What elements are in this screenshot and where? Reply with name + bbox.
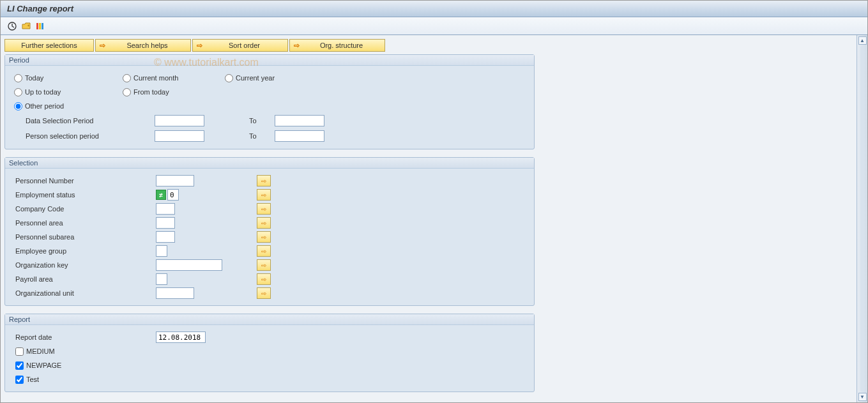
today-label: Today bbox=[25, 74, 43, 82]
arrow-right-icon: ⇨ bbox=[261, 192, 266, 199]
personnel-subarea-label: Personnel subarea bbox=[14, 233, 156, 241]
current-month-label: Current month bbox=[133, 74, 178, 82]
arrow-right-icon: ⇨ bbox=[197, 42, 202, 50]
organization-key-input[interactable] bbox=[156, 259, 222, 271]
up-to-today-radio[interactable] bbox=[14, 88, 22, 96]
period-group: Period Today Current month Current year bbox=[4, 54, 535, 149]
multiple-selection-button[interactable]: ⇨ bbox=[257, 245, 271, 257]
data-selection-to-input[interactable] bbox=[275, 115, 324, 126]
arrow-right-icon: ⇨ bbox=[261, 276, 266, 283]
from-today-radio[interactable] bbox=[123, 88, 131, 96]
button-label: Sort order bbox=[205, 42, 284, 49]
medium-label: MEDIUM bbox=[26, 347, 55, 355]
group-title: Report bbox=[5, 314, 534, 325]
multiple-selection-button[interactable]: ⇨ bbox=[257, 287, 271, 299]
company-code-input[interactable] bbox=[156, 203, 175, 215]
group-title: Period bbox=[5, 55, 534, 66]
selection-group: Selection Personnel Number ⇨ Employment … bbox=[4, 157, 535, 306]
group-title: Selection bbox=[5, 158, 534, 169]
medium-checkbox[interactable] bbox=[15, 347, 24, 356]
scroll-down-button[interactable]: ▼ bbox=[858, 393, 867, 401]
up-to-today-label: Up to today bbox=[25, 88, 61, 96]
newpage-checkbox[interactable] bbox=[15, 361, 24, 370]
personnel-number-input[interactable] bbox=[156, 175, 194, 186]
arrow-right-icon: ⇨ bbox=[294, 42, 300, 50]
test-checkbox[interactable] bbox=[15, 376, 24, 384]
app-toolbar bbox=[1, 17, 867, 35]
arrow-right-icon: ⇨ bbox=[261, 234, 266, 241]
arrow-right-icon: ⇨ bbox=[261, 290, 266, 297]
other-period-radio[interactable] bbox=[14, 102, 22, 110]
multiple-selection-button[interactable]: ⇨ bbox=[257, 217, 271, 229]
data-selection-label: Data Selection Period bbox=[14, 117, 155, 125]
to-label: To bbox=[249, 117, 275, 125]
svg-rect-2 bbox=[39, 23, 41, 29]
payroll-area-label: Payroll area bbox=[14, 275, 156, 283]
arrow-right-icon: ⇨ bbox=[261, 248, 266, 255]
scroll-track[interactable] bbox=[860, 46, 864, 392]
multiple-selection-button[interactable]: ⇨ bbox=[257, 189, 271, 201]
current-month-radio[interactable] bbox=[123, 74, 131, 82]
person-selection-from-input[interactable] bbox=[155, 130, 204, 142]
search-helps-button[interactable]: ⇨ Search helps bbox=[95, 39, 191, 52]
button-label: Further selections bbox=[21, 42, 77, 49]
newpage-label: NEWPAGE bbox=[26, 361, 61, 369]
organization-key-label: Organization key bbox=[14, 261, 156, 269]
button-label: Org. structure bbox=[302, 42, 381, 49]
person-selection-label: Person selection period bbox=[14, 132, 155, 140]
arrow-right-icon: ⇨ bbox=[261, 206, 266, 213]
vertical-scrollbar[interactable]: ▲ ▼ bbox=[857, 35, 867, 402]
report-date-label: Report date bbox=[14, 333, 156, 341]
employee-group-label: Employee group bbox=[14, 247, 156, 255]
data-selection-from-input[interactable] bbox=[155, 115, 204, 126]
get-variant-icon[interactable] bbox=[21, 21, 31, 31]
multiple-selection-button[interactable]: ⇨ bbox=[257, 203, 271, 215]
svg-rect-1 bbox=[36, 23, 38, 29]
multiple-selection-button[interactable]: ⇨ bbox=[257, 175, 271, 186]
sort-order-button[interactable]: ⇨ Sort order bbox=[192, 39, 288, 52]
employment-status-label: Employment status bbox=[14, 191, 156, 199]
multiple-selection-button[interactable]: ⇨ bbox=[257, 231, 271, 243]
personnel-area-label: Personnel area bbox=[14, 219, 156, 227]
further-selections-button[interactable]: Further selections bbox=[4, 39, 94, 52]
personnel-subarea-input[interactable] bbox=[156, 231, 175, 243]
today-radio[interactable] bbox=[14, 74, 22, 82]
personnel-area-input[interactable] bbox=[156, 217, 175, 229]
execute-icon[interactable] bbox=[7, 21, 17, 31]
arrow-right-icon: ⇨ bbox=[261, 262, 266, 269]
company-code-label: Company Code bbox=[14, 205, 156, 213]
report-date-input[interactable] bbox=[156, 331, 206, 343]
title-bar: LI Change report bbox=[1, 1, 867, 17]
content-area: © www.tutorialkart.com Further selection… bbox=[1, 35, 857, 402]
scroll-up-button[interactable]: ▲ bbox=[858, 36, 867, 45]
selection-options-icon[interactable] bbox=[35, 21, 45, 31]
page-title: LI Change report bbox=[7, 4, 73, 13]
current-year-radio[interactable] bbox=[225, 74, 233, 82]
other-period-label: Other period bbox=[25, 102, 64, 110]
person-selection-to-input[interactable] bbox=[275, 130, 324, 142]
arrow-right-icon: ⇨ bbox=[261, 220, 266, 227]
personnel-number-label: Personnel Number bbox=[14, 177, 156, 185]
organizational-unit-input[interactable] bbox=[156, 287, 194, 299]
employment-status-input[interactable] bbox=[167, 189, 179, 201]
test-label: Test bbox=[26, 376, 39, 383]
button-label: Search helps bbox=[108, 42, 187, 49]
to-label: To bbox=[249, 132, 275, 140]
arrow-right-icon: ⇨ bbox=[261, 178, 266, 185]
multiple-selection-button[interactable]: ⇨ bbox=[257, 273, 271, 285]
org-structure-button[interactable]: ⇨ Org. structure bbox=[289, 39, 385, 52]
payroll-area-input[interactable] bbox=[156, 273, 167, 285]
not-equal-icon[interactable]: ≠ bbox=[156, 190, 166, 200]
arrow-right-icon: ⇨ bbox=[100, 42, 105, 50]
from-today-label: From today bbox=[133, 88, 169, 96]
svg-rect-3 bbox=[42, 23, 43, 29]
employee-group-input[interactable] bbox=[156, 245, 167, 257]
current-year-label: Current year bbox=[236, 74, 275, 82]
organizational-unit-label: Organizational unit bbox=[14, 289, 156, 297]
report-group: Report Report date MEDIUM NEWPAGE Test bbox=[4, 314, 535, 392]
action-button-row: Further selections ⇨ Search helps ⇨ Sort… bbox=[4, 39, 853, 52]
multiple-selection-button[interactable]: ⇨ bbox=[257, 259, 271, 271]
